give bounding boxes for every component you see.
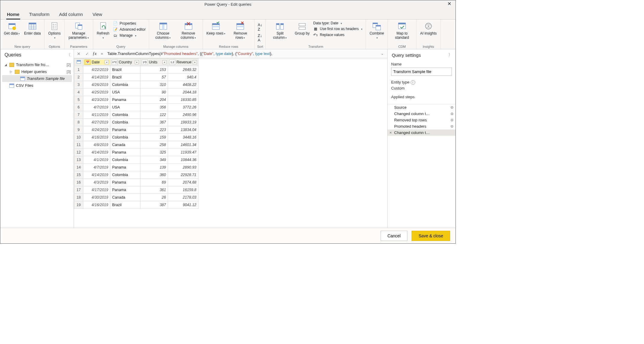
column-header[interactable]: AᴮC Country ▾	[110, 59, 140, 65]
cell-units[interactable]: 57	[140, 74, 168, 81]
choose-columns-button[interactable]: Choose columns	[152, 21, 175, 41]
cell-units[interactable]: 90	[140, 89, 168, 96]
applied-step[interactable]: Promoted headers⚙	[388, 123, 455, 129]
cell-country[interactable]: Colombia	[110, 111, 140, 119]
applied-step[interactable]: Changed column t…⚙	[388, 111, 455, 117]
column-filter-icon[interactable]: ▾	[105, 60, 109, 64]
sort-asc-button[interactable]: A↓Z	[258, 23, 262, 32]
cell-units[interactable]: 139	[140, 164, 168, 171]
get-data-button[interactable]: Get data	[3, 21, 21, 36]
tab-home[interactable]: Home	[6, 10, 20, 20]
split-column-button[interactable]: Split column	[268, 21, 292, 41]
cell-date[interactable]: 4/27/2019	[83, 119, 110, 126]
cell-revenue[interactable]: 16330.85	[168, 96, 198, 104]
enter-data-button[interactable]: Enter data	[23, 21, 42, 36]
table-corner-icon[interactable]	[77, 60, 81, 64]
formula-expand-icon[interactable]: ⌄	[379, 52, 385, 56]
ai-insights-button[interactable]: AI insights	[419, 21, 438, 36]
cell-units[interactable]: 204	[140, 96, 168, 104]
table-row[interactable]: 3 4/26/2019 Colombia 310 4408.22	[74, 81, 198, 89]
table-row[interactable]: 4 4/25/2019 USA 90 2044.18	[74, 89, 198, 96]
tab-transform[interactable]: Transform	[29, 10, 50, 19]
cell-date[interactable]: 4/30/2019	[83, 194, 110, 201]
column-type-icon[interactable]: 1.2	[169, 59, 175, 65]
cell-date[interactable]: 4/24/2019	[83, 126, 110, 134]
query-item[interactable]: Transform Sample file	[2, 75, 72, 82]
cell-country[interactable]: Canada	[110, 141, 140, 149]
table-row[interactable]: 12 4/14/2019 Panama 325 11939.47	[74, 149, 198, 156]
group-by-button[interactable]: Group by	[293, 21, 311, 36]
query-item[interactable]: ▷Helper queries[3]	[2, 68, 72, 75]
cell-revenue[interactable]: 22928.71	[168, 171, 198, 179]
keep-rows-button[interactable]: Keep rows	[205, 21, 227, 36]
cell-date[interactable]: 4/8/2019	[83, 141, 110, 149]
cell-date[interactable]: 4/7/2019	[83, 164, 110, 171]
tree-toggle-icon[interactable]: ▷	[10, 70, 13, 73]
data-grid[interactable]: 📅 Date ▾ AᴮC Country ▾ 1²3 Units ▾ 1.2 R…	[74, 58, 198, 209]
cell-revenue[interactable]: 19933.19	[168, 119, 198, 126]
close-icon[interactable]: ✕	[445, 1, 454, 7]
column-filter-icon[interactable]: ▾	[193, 60, 197, 64]
tab-view[interactable]: View	[92, 10, 103, 19]
query-item[interactable]: CSV Files	[2, 82, 72, 89]
gear-icon[interactable]: ⚙	[450, 124, 454, 129]
cell-country[interactable]: Colombia	[110, 81, 140, 89]
cell-units[interactable]: 356	[140, 104, 168, 111]
cell-date[interactable]: 4/26/2019	[83, 81, 110, 89]
cell-units[interactable]: 223	[140, 126, 168, 134]
cell-revenue[interactable]: 4408.22	[168, 81, 198, 89]
cell-revenue[interactable]: 3448.16	[168, 134, 198, 141]
replace-values-button[interactable]: ↶₂Replace values	[313, 32, 363, 38]
cell-country[interactable]: Brazil	[110, 66, 140, 74]
options-button[interactable]: Options	[47, 21, 62, 41]
cell-revenue[interactable]: 2044.18	[168, 89, 198, 96]
manage-parameters-button[interactable]: Manage parameters	[67, 21, 90, 41]
cell-units[interactable]: 153	[140, 66, 168, 74]
table-row[interactable]: 15 4/14/2019 Colombia 360 22928.71	[74, 171, 198, 179]
cell-units[interactable]: 349	[140, 156, 168, 164]
table-row[interactable]: 9 4/24/2019 Panama 223 13834.04	[74, 126, 198, 134]
info-icon[interactable]: i	[411, 80, 415, 85]
cell-units[interactable]: 367	[140, 119, 168, 126]
first-row-headers-button[interactable]: ▦Use first row as headers	[313, 26, 363, 32]
manage-button[interactable]: 🗂Manage	[112, 33, 146, 38]
cell-country[interactable]: Panama	[110, 164, 140, 171]
cell-country[interactable]: Panama	[110, 179, 140, 186]
cell-revenue[interactable]: 2890.93	[168, 164, 198, 171]
gear-icon[interactable]: ⚙	[450, 105, 454, 110]
table-row[interactable]: 10 4/16/2019 Colombia 159 3448.16	[74, 134, 198, 141]
column-filter-icon[interactable]: ▾	[135, 60, 139, 64]
remove-rows-button[interactable]: Remove rows	[228, 21, 252, 41]
gear-icon[interactable]: ⚙	[450, 118, 454, 122]
cell-country[interactable]: Brazil	[110, 201, 140, 209]
table-row[interactable]: 7 4/11/2019 Colombia 122 2490.96	[74, 111, 198, 119]
cell-date[interactable]: 4/17/2019	[83, 186, 110, 194]
cell-country[interactable]: Colombia	[110, 171, 140, 179]
cell-units[interactable]: 387	[140, 201, 168, 209]
cell-country[interactable]: USA	[110, 104, 140, 111]
formula-cancel-icon[interactable]: ✕	[76, 51, 82, 56]
cell-revenue[interactable]: 2178.03	[168, 194, 198, 201]
cell-revenue[interactable]: 11939.47	[168, 149, 198, 156]
table-row[interactable]: 17 4/17/2019 Panama 361 16159.8	[74, 186, 198, 194]
cell-revenue[interactable]: 2649.32	[168, 66, 198, 74]
cell-units[interactable]: 325	[140, 149, 168, 156]
cell-country[interactable]: Colombia	[110, 119, 140, 126]
combine-button[interactable]: Combine	[368, 21, 385, 41]
table-row[interactable]: 1 4/22/2019 Brazil 153 2649.32	[74, 66, 198, 74]
cell-date[interactable]: 4/22/2019	[83, 66, 110, 74]
table-row[interactable]: 19 4/16/2019 Brazil 387 9041.12	[74, 201, 198, 209]
cell-country[interactable]: Brazil	[110, 74, 140, 81]
table-row[interactable]: 16 4/3/2019 Panama 69 2074.68	[74, 179, 198, 186]
cell-date[interactable]: 4/14/2019	[83, 149, 110, 156]
cell-date[interactable]: 4/16/2019	[83, 134, 110, 141]
applied-step[interactable]: Removed top rows⚙	[388, 117, 455, 123]
cell-date[interactable]: 4/25/2019	[83, 89, 110, 96]
cell-country[interactable]: Panama	[110, 149, 140, 156]
collapse-queries-icon[interactable]: 〈	[66, 52, 71, 58]
remove-columns-button[interactable]: Remove columns	[177, 21, 200, 41]
collapse-settings-icon[interactable]: 〉	[448, 52, 452, 58]
cell-date[interactable]: 4/16/2019	[83, 201, 110, 209]
cell-date[interactable]: 4/23/2019	[83, 96, 110, 104]
cell-units[interactable]: 122	[140, 111, 168, 119]
